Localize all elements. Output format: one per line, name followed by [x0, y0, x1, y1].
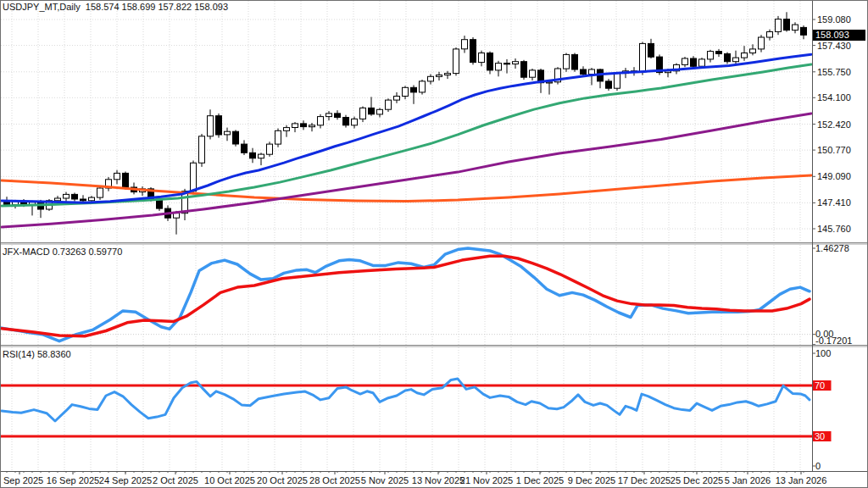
date-label: 24 Sep 2025 — [99, 475, 152, 485]
candle-bull — [479, 53, 485, 63]
candle-bear — [691, 58, 697, 66]
candle-bull — [759, 37, 765, 49]
candle-bear — [716, 52, 722, 54]
candle-bull — [114, 173, 120, 179]
date-label: 13 Jan 2026 — [776, 475, 827, 485]
candle-bull — [267, 144, 273, 154]
macd-tick-label: -0.17201 — [815, 336, 852, 346]
current-price-badge: 158.093 — [813, 30, 865, 41]
date-label: 16 Sep 2025 — [47, 475, 99, 485]
date-label: 20 Oct 2025 — [257, 475, 308, 485]
candle-bull — [428, 76, 434, 81]
candle-bull — [564, 54, 570, 69]
rsi-tick-label: 0 — [815, 461, 821, 471]
candle-bear — [801, 27, 807, 35]
candle-bull — [64, 194, 70, 198]
candle-bull — [420, 81, 426, 92]
candle-bull — [292, 124, 298, 128]
candle-bull — [513, 62, 519, 64]
candle-bull — [97, 188, 103, 197]
candle-bull — [453, 49, 459, 74]
candle-bull — [89, 197, 95, 201]
candle-bull — [530, 70, 536, 77]
candle-bull — [309, 125, 315, 127]
candle-bull — [708, 52, 714, 59]
candle-bear — [335, 114, 341, 118]
date-label: 2 Oct 2025 — [153, 475, 198, 485]
candle-bull — [767, 32, 773, 38]
chart-window: USDJPY_MT,Daily 158.574 158.699 157.822 … — [0, 0, 868, 488]
candle-bull — [275, 130, 281, 144]
price-tick-label: 152.420 — [817, 119, 851, 130]
candle-bear — [572, 54, 578, 69]
candle-bull — [394, 97, 400, 101]
candle-bull — [682, 58, 688, 64]
candle-bull — [793, 25, 798, 30]
candle-bear — [504, 64, 510, 64]
candle-bear — [470, 40, 476, 63]
candle-bull — [284, 128, 290, 131]
rsi-level-badge-label: 70 — [815, 380, 825, 391]
candle-bear — [606, 81, 612, 88]
price-tick-label: 157.430 — [817, 41, 851, 51]
chart-canvas[interactable]: 159.080157.430155.750154.100152.420150.7… — [0, 0, 868, 488]
candle-bull — [225, 131, 231, 135]
symbol-title: USDJPY_MT,Daily 158.574 158.699 157.822 … — [3, 2, 228, 12]
candle-bear — [725, 53, 731, 61]
candle-bear — [216, 116, 222, 135]
date-label: 28 Oct 2025 — [309, 475, 360, 485]
candle-bear — [343, 118, 349, 125]
candle-bull — [318, 117, 324, 125]
candle-bear — [72, 194, 78, 199]
candle-bear — [369, 108, 375, 114]
rsi-level-badge-label: 30 — [815, 431, 825, 441]
candle-bear — [784, 19, 790, 30]
price-tick-label: 155.750 — [817, 67, 851, 77]
candle-bull — [386, 100, 392, 109]
candle-bull — [750, 49, 756, 53]
candle-bear — [123, 173, 129, 187]
candle-bear — [411, 87, 417, 92]
candle-bull — [377, 109, 383, 114]
candle-bull — [733, 58, 739, 62]
candle-bull — [742, 53, 748, 58]
date-label: 9 Dec 2025 — [568, 475, 615, 485]
price-tick-label: 149.090 — [817, 171, 851, 181]
candle-bull — [776, 19, 782, 32]
price-axis-labels: 159.080157.430155.750154.100152.420150.7… — [812, 14, 851, 234]
price-tick-label: 150.770 — [817, 145, 851, 155]
candle-bull — [259, 154, 264, 158]
date-label: 17 Dec 2025 — [618, 475, 670, 485]
candle-bull — [199, 136, 205, 164]
candle-bull — [55, 198, 61, 201]
candle-bull — [496, 64, 502, 70]
date-label: 13 Nov 2025 — [412, 475, 465, 485]
candle-bear — [301, 124, 307, 127]
macd-indicator-label: JFX-MACD 0.73263 0.59770 — [3, 247, 122, 257]
date-label: 21 Nov 2025 — [460, 475, 513, 485]
price-tick-label: 145.760 — [817, 224, 851, 234]
candle-bull — [589, 69, 595, 75]
candle-bull — [208, 116, 214, 136]
candle-bear — [233, 131, 239, 144]
date-label: 25 Dec 2025 — [670, 475, 723, 485]
date-label: 1 Dec 2025 — [516, 475, 564, 485]
candle-bull — [640, 43, 646, 71]
candle-bear — [521, 62, 527, 78]
price-tick-label: 147.410 — [817, 197, 851, 208]
date-label: 8 Sep 2025 — [0, 475, 43, 485]
candle-bull — [360, 108, 366, 119]
candle-bull — [191, 163, 197, 191]
candle-bull — [403, 87, 409, 96]
price-tick-label: 154.100 — [817, 92, 851, 103]
candle-bull — [445, 74, 451, 75]
candle-bull — [615, 74, 620, 89]
current-price-value: 158.093 — [815, 30, 849, 40]
date-label: 10 Oct 2025 — [204, 475, 255, 485]
candle-bear — [250, 152, 256, 158]
candle-bear — [648, 43, 654, 57]
candle-bear — [581, 69, 587, 75]
date-label: 5 Jan 2026 — [725, 475, 771, 485]
candle-bull — [352, 119, 358, 125]
date-label: 5 Nov 2025 — [361, 475, 409, 485]
